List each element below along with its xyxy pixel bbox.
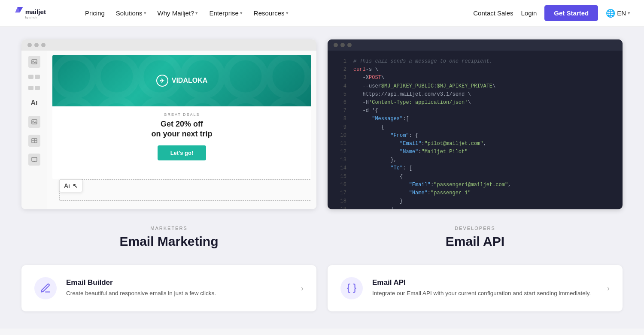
email-body: GREAT DEALS Get 20% off on your next tri… [52,106,311,166]
email-marketing-title: Email Marketing [21,234,316,249]
feature-cards: Email Builder Create beautiful and respo… [21,265,623,311]
nav-right: Contact Sales Login Get Started 🌐 EN ▾ [473,5,630,21]
email-logo: ✈ VIDALOKA [156,75,208,87]
section-labels: MARKETERS Email Marketing DEVELOPERS Ema… [21,222,623,257]
svg-rect-11 [32,157,37,161]
cursor-icon: ↖ [73,182,78,189]
email-api-title: Email API [328,234,623,249]
text-tool: Aı ↖ [59,179,82,192]
nav-pricing[interactable]: Pricing [81,8,109,18]
email-logo-icon: ✈ [156,75,168,87]
sidebar-icon-image [28,56,40,68]
code-dot-3 [347,43,352,47]
preview-body: Aı ✈ [21,51,316,209]
email-builder-card[interactable]: Email Builder Create beautiful and respo… [21,265,316,311]
code-content: 1# This call sends a message to one reci… [328,51,623,209]
email-builder-desc: Create beautiful and responsive emails i… [66,289,292,298]
main-content: Aı ✈ [0,27,644,329]
sidebar-icon-grid2 [28,86,40,90]
canvas-text-area [59,179,311,201]
builder-sidebar: Aı [21,51,47,209]
svg-text:by sinch: by sinch [25,15,36,19]
sidebar-icon-grid [28,75,40,79]
get-started-button[interactable]: Get Started [544,5,598,21]
code-preview-window: 1# This call sends a message to one reci… [328,39,623,209]
chevron-down-icon: ▾ [144,10,146,16]
email-headline: Get 20% off on your next trip [61,119,303,139]
nav-links: Pricing Solutions ▾ Why Mailjet? ▾ Enter… [81,8,473,18]
navbar: mailjet by sinch Pricing Solutions ▾ Why… [0,0,644,27]
preview-canvas: ✈ VIDALOKA GREAT DEALS Get 20% off on yo… [47,51,316,209]
language-selector[interactable]: 🌐 EN ▾ [606,9,630,18]
email-builder-title: Email Builder [66,278,292,287]
developers-category: DEVELOPERS [328,226,623,231]
preview-section: Aı ✈ [21,39,623,209]
email-builder-icon-wrap [34,277,57,299]
nav-enterprise[interactable]: Enterprise ▾ [205,8,246,18]
email-preview-card: ✈ VIDALOKA GREAT DEALS Get 20% off on yo… [52,55,311,179]
email-api-icon-wrap [340,277,363,299]
window-titlebar [21,39,316,51]
logo[interactable]: mailjet by sinch [14,6,65,21]
developers-label-block: DEVELOPERS Email API [328,222,623,257]
email-builder-preview: Aı ✈ [21,39,316,209]
nav-resources[interactable]: Resources ▾ [249,8,293,18]
email-hero-image: ✈ VIDALOKA [52,55,311,106]
chevron-right-icon: › [301,284,304,293]
login-link[interactable]: Login [521,9,537,17]
svg-text:mailjet: mailjet [25,8,46,15]
code-dot-1 [334,43,338,47]
email-api-card[interactable]: Email API Integrate our Email API with y… [328,265,623,311]
email-api-title-card: Email API [372,278,598,287]
email-builder-text: Email Builder Create beautiful and respo… [66,278,292,298]
curly-braces-icon [346,283,357,294]
pencil-icon [40,283,51,294]
sidebar-icon-photo [28,116,40,128]
chevron-down-icon: ▾ [195,10,198,16]
email-api-desc: Integrate our Email API with your curren… [372,289,598,298]
window-dot-3 [41,43,46,47]
contact-sales-link[interactable]: Contact Sales [473,9,513,17]
code-window-titlebar [328,39,623,51]
marketers-label-block: MARKETERS Email Marketing [21,222,316,257]
chevron-down-icon: ▾ [240,10,243,16]
window-dot-1 [27,43,32,47]
window-dot-2 [34,43,39,47]
chevron-right-icon: › [607,284,610,293]
svg-point-7 [33,121,33,121]
email-tag: GREAT DEALS [61,112,303,117]
code-dot-2 [340,43,345,47]
marketers-category: MARKETERS [21,226,316,231]
globe-icon: 🌐 [606,9,615,18]
sidebar-icon-text: Aı [28,97,40,109]
email-api-text: Email API Integrate our Email API with y… [372,278,598,298]
nav-solutions[interactable]: Solutions ▾ [112,8,151,18]
sidebar-icon-monitor [28,154,40,166]
nav-why-mailjet[interactable]: Why Mailjet? ▾ [153,8,203,18]
svg-point-5 [33,60,33,61]
chevron-down-icon: ▾ [628,10,630,16]
sidebar-icon-table [28,135,40,147]
chevron-down-icon: ▾ [286,10,289,16]
email-cta-button[interactable]: Let's go! [158,145,207,160]
